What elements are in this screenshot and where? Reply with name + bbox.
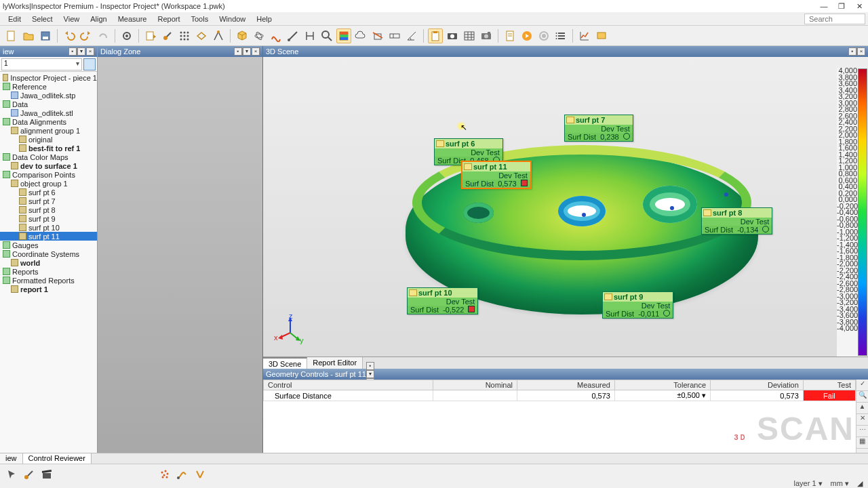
table-icon[interactable] — [462, 28, 477, 43]
col-tolerance[interactable]: Tolerance — [614, 380, 710, 390]
close-panel-icon[interactable]: × — [86, 47, 94, 56]
tree-item[interactable]: original — [0, 135, 97, 144]
annotation-10[interactable]: surf pt 10Dev TestSurf Dist-0,522 — [407, 287, 478, 314]
tree-item[interactable]: surf pt 9 — [0, 214, 97, 223]
save-icon[interactable] — [38, 28, 53, 43]
pin-icon[interactable]: ▪ — [848, 47, 856, 56]
menu-tools[interactable]: Tools — [186, 15, 214, 23]
angle-icon[interactable] — [404, 28, 419, 43]
chart-icon[interactable] — [577, 28, 592, 43]
col-test[interactable]: Test — [803, 380, 855, 390]
tree-item[interactable]: Jawa_odlitek.stl — [0, 108, 97, 117]
clapper-icon[interactable] — [39, 467, 54, 482]
menu-align[interactable]: Align — [85, 15, 112, 23]
gc-grid-icon[interactable]: ▦ — [856, 437, 868, 449]
tree-item[interactable]: report 1 — [0, 285, 97, 293]
minimize-button[interactable]: — — [815, 0, 833, 12]
piece-selector[interactable]: 1 — [1, 58, 82, 70]
redo-icon[interactable] — [79, 28, 94, 43]
pin-icon[interactable]: ▪ — [68, 47, 77, 56]
list-icon[interactable] — [553, 28, 568, 43]
pointer-icon[interactable] — [4, 467, 19, 482]
gc-search-icon[interactable]: 🔍 — [856, 391, 868, 403]
gc-options-icon[interactable]: ⋯ — [856, 426, 868, 437]
geometry-controls-table[interactable]: Control Nominal Measured Tolerance Devia… — [263, 380, 868, 453]
maximize-button[interactable]: ❐ — [833, 0, 850, 12]
flag-icon[interactable] — [594, 28, 609, 43]
tree-item[interactable]: surf pt 11 — [0, 232, 97, 241]
col-nominal[interactable]: Nominal — [433, 380, 517, 390]
import-cad-icon[interactable] — [143, 28, 158, 43]
tree-item[interactable]: alignment group 1 — [0, 126, 97, 135]
gdnt-icon[interactable] — [387, 28, 402, 43]
curve-icon[interactable] — [269, 28, 283, 43]
tree-item[interactable]: Jawa_odlitek.stp — [0, 91, 97, 100]
feature-icon[interactable] — [252, 28, 267, 43]
tree-item[interactable]: Comparison Points — [0, 170, 97, 179]
gc-up-icon[interactable]: ▲ — [856, 403, 868, 414]
tree-item[interactable]: surf pt 10 — [0, 223, 97, 232]
tab-3d-scene[interactable]: 3D Scene — [263, 357, 307, 369]
project-tree[interactable]: Inspector Project - piece 1 ReferenceJaw… — [0, 72, 97, 453]
status-unit[interactable]: mm ▾ — [831, 479, 849, 488]
section-icon[interactable] — [370, 28, 385, 43]
undo-icon[interactable] — [62, 28, 77, 43]
tree-item[interactable]: surf pt 7 — [0, 197, 97, 205]
edge-icon[interactable] — [285, 28, 300, 43]
pin-icon[interactable]: ▪ — [366, 362, 374, 370]
cloud-compare-icon[interactable] — [353, 28, 368, 43]
tree-item[interactable]: Data — [0, 100, 97, 108]
tree-item[interactable]: world — [0, 258, 97, 267]
annotation-11[interactable]: surf pt 11Dev TestSurf Dist0,573 — [461, 161, 532, 189]
status-layer[interactable]: layer 1 ▾ — [794, 479, 823, 488]
tree-root[interactable]: Inspector Project - piece 1 — [0, 73, 97, 82]
tree-item[interactable]: Data Color Maps — [0, 152, 97, 161]
col-measured[interactable]: Measured — [517, 380, 615, 390]
settings-icon[interactable] — [119, 28, 134, 43]
camera-icon[interactable] — [479, 28, 494, 43]
menu-measure[interactable]: Measure — [113, 15, 153, 23]
tree-item[interactable]: surf pt 8 — [0, 205, 97, 214]
probe2-icon[interactable] — [22, 467, 37, 482]
tree-item[interactable]: surf pt 6 — [0, 188, 97, 197]
3d-viewport[interactable]: surf pt 6Dev TestSurf Dist0,468surf pt 7… — [263, 57, 868, 357]
play-icon[interactable] — [519, 28, 534, 43]
col-deviation[interactable]: Deviation — [711, 380, 804, 390]
search-input[interactable] — [804, 14, 865, 24]
caliper-icon[interactable] — [302, 28, 317, 43]
color-scale[interactable]: 4,0003,8003,6003,4003,2003,0002,8002,600… — [837, 68, 868, 357]
gc-check-icon[interactable]: ✓ — [856, 380, 868, 391]
dropdown-icon[interactable]: ▾ — [243, 47, 251, 56]
transform-icon[interactable] — [193, 467, 208, 482]
tree-item[interactable]: object group 1 — [0, 179, 97, 188]
tree-item[interactable]: Data Alignments — [0, 117, 97, 126]
annotation-9[interactable]: surf pt 9Dev TestSurf Dist-0,011 — [602, 291, 673, 319]
menu-report[interactable]: Report — [152, 15, 185, 23]
report-icon[interactable] — [502, 28, 517, 43]
tree-item[interactable]: Coordinate Systems — [0, 249, 97, 258]
snapshot-icon[interactable] — [445, 28, 460, 43]
annotation-8[interactable]: surf pt 8Dev TestSurf Dist-0,134 — [701, 207, 772, 235]
clipboard-icon[interactable] — [428, 28, 443, 43]
dropdown-icon[interactable]: ▾ — [366, 370, 374, 378]
annotation-7[interactable]: surf pt 7Dev TestSurf Dist0,238 — [564, 115, 633, 142]
tab-control-reviewer[interactable]: Control Reviewer — [23, 453, 92, 464]
tab-view[interactable]: iew — [0, 453, 23, 464]
col-control[interactable]: Control — [264, 380, 433, 390]
menu-window[interactable]: Window — [214, 15, 251, 23]
colormap-icon[interactable] — [336, 28, 351, 43]
table-row[interactable]: Surface Distance 0,573 ±0,500 ▾ 0,573 Fa… — [264, 390, 856, 401]
close-panel-icon[interactable]: × — [857, 47, 865, 56]
mesh-icon[interactable] — [194, 28, 209, 43]
path-icon[interactable] — [175, 467, 190, 482]
align-icon[interactable] — [211, 28, 226, 43]
gc-delete-icon[interactable]: ✕ — [856, 414, 868, 426]
menu-select[interactable]: Select — [26, 15, 58, 23]
dropdown-icon[interactable]: ▾ — [77, 47, 85, 56]
close-button[interactable]: ✕ — [850, 0, 868, 12]
tree-item[interactable]: Reports — [0, 267, 97, 276]
menu-view[interactable]: View — [58, 15, 85, 23]
close-panel-icon[interactable]: × — [252, 47, 260, 56]
redo2-icon[interactable] — [96, 28, 111, 43]
tree-item[interactable]: dev to surface 1 — [0, 161, 97, 170]
